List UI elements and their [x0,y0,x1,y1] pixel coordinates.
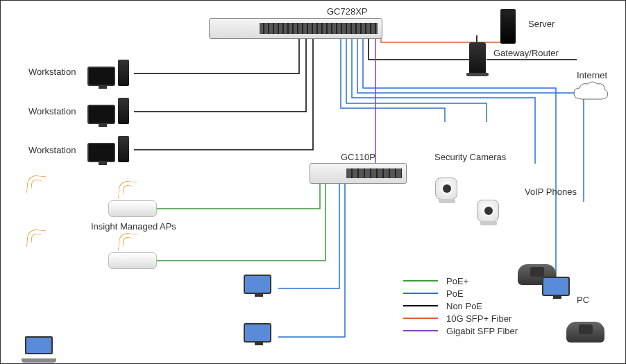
ap-2 [108,252,157,269]
legend-non-poe: Non PoE [403,300,518,312]
workstation-1 [87,60,129,86]
pc-2 [244,323,271,343]
legend-label: PoE [446,288,464,299]
switch-main [209,18,382,39]
legend-label: Gigabit SFP Fiber [446,326,518,336]
legend-poe-plus: PoE+ [403,275,518,287]
gateway-label: Gateway/Router [493,48,559,58]
voip-2 [566,322,604,343]
aps-label: Insight Managed APs [91,221,176,232]
workstation-3 [87,136,129,162]
workstation-label-3: Workstation [28,145,76,155]
cameras-label: Security Cameras [434,152,506,162]
switch-main-label: GC728XP [327,6,368,17]
switch-secondary-label: GC110P [341,152,375,162]
legend-gigabit-sfp: Gigabit SFP Fiber [403,324,518,337]
workstation-label-2: Workstation [28,106,76,116]
legend-sfp-plus: 10G SFP+ Fiber [403,312,518,324]
cloud-icon [570,80,610,103]
server-label: Server [528,19,555,29]
laptop-1 [22,336,56,360]
workstation-2 [87,98,129,124]
voip-label: VoIP Phones [525,187,577,197]
gateway-icon [469,42,486,74]
pc-1 [244,275,271,294]
switch-secondary [310,163,407,184]
legend: PoE+ PoE Non PoE 10G SFP+ Fiber Gigabit … [403,275,518,337]
camera-2 [477,200,499,222]
legend-label: 10G SFP+ Fiber [446,313,511,324]
ap-1 [108,200,157,217]
internet-label: Internet [577,70,607,80]
camera-1 [435,177,457,200]
workstation-label-1: Workstation [28,67,76,77]
legend-poe: PoE [403,287,518,300]
legend-label: PoE+ [446,276,468,286]
server-icon [500,9,516,44]
legend-label: Non PoE [446,301,482,311]
pc-3 [542,277,570,296]
pc-label: PC [577,295,589,305]
